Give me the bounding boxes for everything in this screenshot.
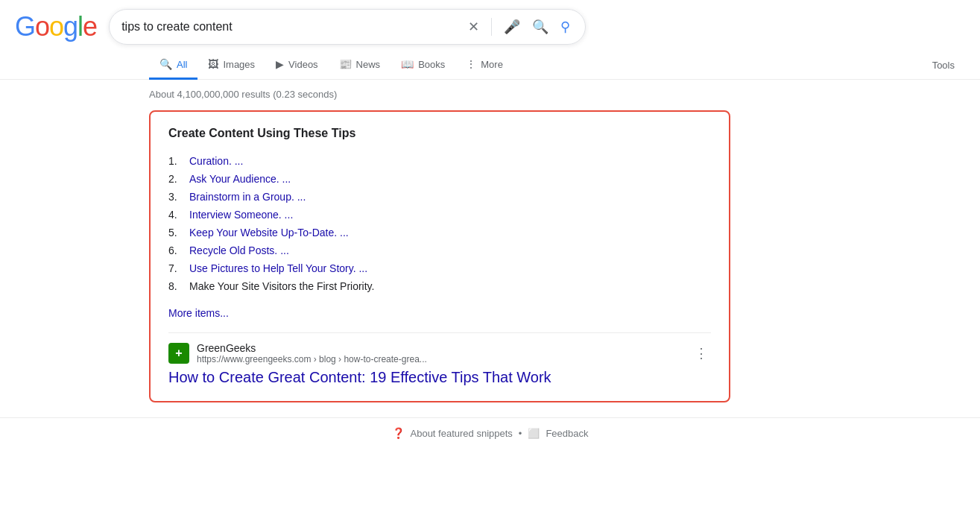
logo-letter-o2: o	[49, 11, 63, 42]
tab-videos-label: Videos	[288, 59, 318, 70]
list-num-8: 8.	[168, 280, 183, 292]
list-link-7[interactable]: Use Pictures to Help Tell Your Story. ..…	[189, 262, 367, 274]
list-link-6[interactable]: Recycle Old Posts. ...	[189, 244, 289, 256]
clear-button[interactable]: ✕	[465, 16, 482, 38]
list-item: 2. Ask Your Audience. ...	[168, 170, 711, 188]
tab-news-label: News	[356, 59, 381, 70]
tab-images[interactable]: 🖼 Images	[197, 51, 265, 80]
search-bar-wrapper: ✕ 🎤 🔍 ⚲	[109, 9, 586, 45]
snippet-source: + GreenGeeks https://www.greengeeks.com …	[168, 332, 711, 364]
lens-button[interactable]: 🔍	[529, 16, 551, 38]
list-link-2[interactable]: Ask Your Audience. ...	[189, 173, 291, 185]
footer-bar: ❓ About featured snippets • ⬜ Feedback	[0, 417, 980, 448]
list-num-5: 5.	[168, 227, 183, 239]
source-menu-icon[interactable]: ⋮	[692, 342, 711, 364]
list-item: 5. Keep Your Website Up-To-Date. ...	[168, 224, 711, 241]
list-num-7: 7.	[168, 262, 183, 274]
tab-news[interactable]: 📰 News	[329, 51, 391, 80]
more-items-link[interactable]: More items...	[168, 307, 229, 319]
list-item: 6. Recycle Old Posts. ...	[168, 241, 711, 259]
tab-all-label: All	[177, 59, 187, 70]
list-num-1: 1.	[168, 155, 183, 167]
logo-letter-g2: g	[63, 11, 78, 42]
source-name: GreenGeeks	[197, 342, 684, 354]
list-item: 3. Brainstorm in a Group. ...	[168, 188, 711, 206]
list-link-1[interactable]: Curation. ...	[189, 155, 243, 167]
tab-images-label: Images	[223, 59, 255, 70]
snippet-article-link[interactable]: How to Create Great Content: 19 Effectiv…	[168, 369, 711, 386]
logo-letter-g: G	[15, 11, 35, 42]
snippet-list: 1. Curation. ... 2. Ask Your Audience. .…	[168, 152, 711, 295]
list-link-4[interactable]: Interview Someone. ...	[189, 209, 293, 221]
logo-letter-e: e	[83, 11, 97, 42]
list-num-4: 4.	[168, 209, 183, 221]
list-item: 4. Interview Someone. ...	[168, 206, 711, 224]
google-logo: Google	[15, 11, 97, 42]
list-link-5[interactable]: Keep Your Website Up-To-Date. ...	[189, 227, 349, 239]
featured-snippet-container: Create Content Using These Tips 1. Curat…	[149, 110, 965, 402]
feedback-link[interactable]: Feedback	[546, 428, 588, 439]
list-text-8: Make Your Site Visitors the First Priori…	[189, 280, 374, 292]
featured-snippet: Create Content Using These Tips 1. Curat…	[149, 110, 730, 402]
search-submit-button[interactable]: ⚲	[557, 16, 573, 38]
tab-books-label: Books	[418, 59, 445, 70]
source-info: GreenGeeks https://www.greengeeks.com › …	[197, 342, 684, 364]
snippet-title: Create Content Using These Tips	[168, 127, 711, 140]
feedback-icon: ⬜	[528, 428, 540, 439]
footer-dot: •	[519, 428, 522, 439]
more-icon: ⋮	[466, 58, 476, 70]
results-area: About 4,100,000,000 results (0.23 second…	[0, 80, 980, 402]
clear-icon: ✕	[468, 19, 479, 35]
list-item: 1. Curation. ...	[168, 152, 711, 170]
help-icon: ❓	[392, 427, 405, 439]
tab-all[interactable]: 🔍 All	[149, 51, 197, 80]
search-bar: ✕ 🎤 🔍 ⚲	[109, 9, 586, 45]
about-featured-snippets-link[interactable]: About featured snippets	[411, 428, 513, 439]
tab-more[interactable]: ⋮ More	[455, 51, 513, 80]
list-item: 8. Make Your Site Visitors the First Pri…	[168, 277, 711, 295]
tab-more-label: More	[481, 59, 503, 70]
list-item: 7. Use Pictures to Help Tell Your Story.…	[168, 259, 711, 277]
list-num-3: 3.	[168, 191, 183, 203]
voice-search-button[interactable]: 🎤	[501, 16, 523, 38]
results-count: About 4,100,000,000 results (0.23 second…	[149, 89, 965, 100]
source-url: https://www.greengeeks.com › blog › how-…	[197, 354, 684, 364]
lens-icon: 🔍	[532, 19, 549, 35]
tools-tab[interactable]: Tools	[922, 52, 965, 78]
search-icon: ⚲	[560, 19, 570, 35]
images-icon: 🖼	[208, 58, 218, 70]
list-num-2: 2.	[168, 173, 183, 185]
tab-books[interactable]: 📖 Books	[391, 51, 455, 80]
logo-letter-o1: o	[35, 11, 49, 42]
mic-icon: 🎤	[504, 19, 520, 35]
books-icon: 📖	[401, 58, 414, 70]
source-favicon: +	[168, 343, 189, 364]
search-icons: ✕ 🎤 🔍 ⚲	[465, 16, 573, 38]
list-num-6: 6.	[168, 244, 183, 256]
search-input[interactable]	[121, 20, 458, 34]
news-icon: 📰	[339, 58, 352, 70]
nav-tabs: 🔍 All 🖼 Images ▶ Videos 📰 News 📖 Books ⋮…	[0, 48, 980, 80]
vertical-divider	[491, 18, 492, 36]
header: Google ✕ 🎤 🔍 ⚲	[0, 0, 980, 45]
all-icon: 🔍	[159, 58, 172, 70]
list-link-3[interactable]: Brainstorm in a Group. ...	[189, 191, 306, 203]
tab-videos[interactable]: ▶ Videos	[265, 51, 329, 80]
videos-icon: ▶	[276, 58, 284, 70]
